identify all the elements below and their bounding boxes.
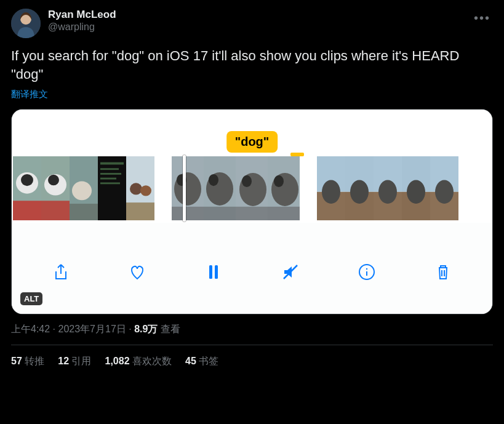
svg-point-4: [21, 174, 33, 186]
info-icon[interactable]: [356, 262, 377, 282]
svg-point-33: [242, 175, 252, 187]
clip-thumbnail: [345, 156, 374, 220]
avatar[interactable]: [11, 9, 41, 38]
svg-point-44: [350, 180, 369, 204]
svg-rect-18: [100, 182, 120, 184]
mute-icon[interactable]: [280, 262, 301, 282]
playhead[interactable]: [183, 155, 186, 222]
tweet-header: Ryan McLeod @warpling •••: [11, 9, 493, 38]
handle: @warpling: [48, 21, 464, 33]
clip-thumbnail: [126, 156, 154, 220]
svg-point-47: [378, 180, 397, 204]
clip-thumbnail: [172, 156, 204, 220]
svg-point-20: [130, 183, 142, 194]
clip-group-3[interactable]: [317, 156, 458, 220]
svg-point-50: [407, 180, 425, 204]
svg-rect-54: [209, 265, 212, 279]
svg-point-11: [72, 181, 92, 200]
svg-rect-9: [41, 201, 70, 220]
alt-badge[interactable]: ALT: [20, 292, 42, 305]
likes-stat[interactable]: 1,082 喜欢次数: [105, 355, 172, 368]
media-card[interactable]: "dog": [11, 109, 493, 314]
svg-rect-55: [215, 265, 218, 279]
svg-rect-12: [70, 204, 98, 220]
tweet-text: If you search for "dog" on iOS 17 it'll …: [11, 47, 493, 84]
media-header-area: "dog": [12, 110, 492, 156]
share-icon[interactable]: [50, 262, 71, 282]
tweet-date[interactable]: 2023年7月17日: [58, 324, 126, 334]
display-name: Ryan McLeod: [48, 9, 464, 21]
clip-thumbnail: [268, 156, 300, 220]
clip-thumbnail: [430, 156, 458, 220]
clip-thumbnail: [236, 156, 268, 220]
svg-rect-13: [98, 156, 126, 220]
svg-rect-15: [100, 168, 119, 170]
svg-point-37: [274, 175, 284, 187]
media-inner: "dog": [12, 110, 492, 314]
clip-thumbnail: [317, 156, 345, 220]
pause-icon[interactable]: [203, 262, 224, 282]
clip-thumbnail: [402, 156, 430, 220]
svg-point-53: [435, 180, 454, 204]
trash-icon[interactable]: [433, 262, 454, 282]
clip-group-2[interactable]: [172, 156, 300, 220]
quotes-stat[interactable]: 12 引用: [58, 355, 91, 368]
svg-rect-5: [13, 201, 41, 220]
translate-link[interactable]: 翻译推文: [11, 89, 48, 100]
tweet-container: Ryan McLeod @warpling ••• If you search …: [0, 0, 504, 375]
clip-thumbnail: [70, 156, 98, 220]
svg-rect-17: [100, 178, 116, 180]
views-label: 查看: [158, 324, 180, 334]
author-name-block[interactable]: Ryan McLeod @warpling: [48, 9, 464, 33]
svg-rect-38: [268, 207, 300, 220]
clip-thumbnail: [13, 156, 41, 220]
svg-rect-22: [126, 202, 154, 220]
clip-thumbnail: [374, 156, 402, 220]
clip-thumbnail: [41, 156, 70, 220]
retweets-stat[interactable]: 57 转推: [11, 355, 44, 368]
tweet-time[interactable]: 上午4:42: [11, 324, 50, 334]
clip-timeline[interactable]: [12, 156, 492, 223]
heart-icon[interactable]: [127, 262, 148, 282]
clip-group-1[interactable]: [13, 156, 154, 220]
search-term-label: "dog": [226, 131, 278, 153]
views-count: 8.9万: [134, 324, 158, 334]
svg-rect-26: [172, 207, 204, 220]
clip-thumbnail: [98, 156, 126, 220]
media-toolbar: [12, 223, 492, 314]
svg-rect-14: [100, 162, 124, 165]
clip-thumbnail: [204, 156, 236, 220]
svg-point-58: [366, 268, 367, 270]
bookmarks-stat[interactable]: 45 书签: [185, 355, 218, 368]
tweet-stats: 57 转推 12 引用 1,082 喜欢次数 45 书签: [11, 345, 493, 375]
svg-rect-16: [100, 173, 121, 175]
more-icon[interactable]: •••: [471, 9, 493, 28]
svg-rect-30: [204, 207, 236, 220]
svg-point-21: [140, 185, 151, 196]
svg-rect-34: [236, 207, 268, 220]
svg-point-8: [48, 175, 59, 185]
svg-point-29: [209, 174, 218, 186]
tweet-meta: 上午4:42 · 2023年7月17日 · 8.9万 查看: [11, 323, 493, 345]
svg-point-41: [322, 180, 340, 204]
